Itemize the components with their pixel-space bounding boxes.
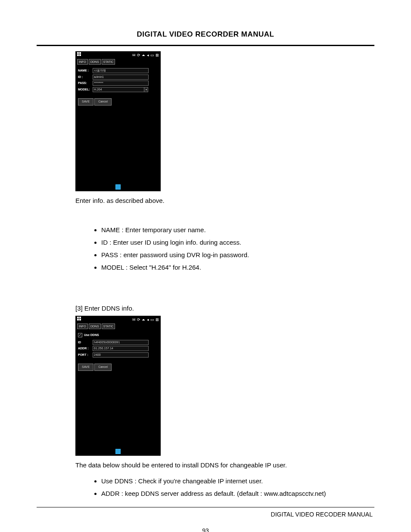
- model-label: MODEL:: [78, 87, 93, 93]
- tab-info[interactable]: INFO: [77, 324, 88, 329]
- addr-field[interactable]: 61.250.157.14: [93, 346, 149, 351]
- svg-rect-2: [77, 54, 79, 56]
- windows-icon: [77, 316, 81, 323]
- windows-icon: [77, 52, 81, 59]
- battery-icon: ▭: [150, 53, 154, 57]
- svg-rect-6: [77, 319, 79, 320]
- volume-icon: ◂: [147, 318, 149, 322]
- home-icon[interactable]: [115, 449, 121, 454]
- tab-info[interactable]: INFO: [77, 59, 88, 65]
- use-ddns-label: Use DDNS: [84, 333, 99, 338]
- ddns-id-field[interactable]: h4f4005b00000091: [93, 340, 149, 345]
- id-field[interactable]: admin1: [93, 75, 149, 80]
- addr-label: ADDR :: [78, 346, 93, 352]
- section1-intro: Enter info. as described above.: [75, 195, 370, 206]
- svg-rect-3: [79, 54, 81, 56]
- cancel-button[interactable]: Cancel: [94, 98, 112, 106]
- name-field[interactable]: 사용자명: [93, 68, 149, 73]
- list-item: ADDR : keep DDNS server address as defau…: [101, 488, 370, 499]
- mail-icon: ✉: [132, 318, 136, 322]
- svg-rect-1: [79, 52, 81, 54]
- save-button[interactable]: SAVE: [78, 98, 93, 106]
- section2-bullets: Use DDNS : Check if you're changeable IP…: [101, 475, 370, 499]
- pass-field[interactable]: ********: [93, 81, 149, 86]
- port-field[interactable]: 2400: [93, 352, 149, 358]
- tab-ddns[interactable]: DDNS: [89, 324, 101, 329]
- port-label: PORT :: [78, 352, 93, 358]
- screenshot-ddns-tab: ✉ ⟳ ⏶ ◂ ▭ ⊠ INFO DDNS STATIC ✓ Use DDNS: [75, 316, 161, 456]
- step3-heading: [3] Enter DDNS info.: [75, 302, 370, 314]
- save-button[interactable]: SAVE: [78, 364, 93, 371]
- list-item: PASS : enter password using DVR log-in p…: [101, 249, 370, 261]
- tab-ddns[interactable]: DDNS: [89, 59, 101, 65]
- signal-icon: ⏶: [142, 53, 146, 57]
- screenshot-info-tab: ✉ ⟳ ⏶ ◂ ▭ ⊠ INFO DDNS STATIC NAME : 사용자명: [75, 51, 161, 191]
- pass-label: PASS:: [78, 81, 93, 86]
- svg-rect-4: [77, 317, 79, 318]
- home-icon[interactable]: [115, 184, 121, 190]
- svg-rect-0: [77, 52, 79, 54]
- dropdown-arrow-icon[interactable]: ▾: [144, 87, 148, 92]
- mail-icon: ✉: [132, 53, 136, 57]
- section2-intro: The data below should be entered to inst…: [75, 459, 370, 471]
- header-rule: [37, 45, 374, 46]
- ddns-id-label: ID: [78, 340, 93, 345]
- page-number: 93: [37, 527, 374, 532]
- section1-bullets: NAME : Enter temporary user name. ID : E…: [101, 224, 370, 273]
- volume-icon: ◂: [147, 53, 149, 57]
- svg-rect-5: [79, 317, 81, 318]
- list-item: Use DDNS : Check if you're changeable IP…: [101, 475, 370, 487]
- tab-static[interactable]: STATIC: [102, 324, 115, 329]
- battery-icon: ▭: [150, 318, 154, 322]
- svg-rect-7: [79, 319, 81, 320]
- list-item: ID : Enter user ID using login info. dur…: [101, 236, 370, 248]
- id-label: ID :: [78, 75, 93, 80]
- footer-text: DIGITAL VIDEO RECODER MANUAL: [38, 511, 373, 518]
- sync-icon: ⟳: [137, 318, 140, 322]
- list-item: MODEL : Select "H.264" for H.264.: [101, 261, 370, 273]
- close-icon: ⊠: [156, 53, 159, 57]
- list-item: NAME : Enter temporary user name.: [101, 224, 370, 236]
- name-label: NAME :: [78, 68, 93, 74]
- page-title: DIGITAL VIDEO RECORDER MANUAL: [37, 30, 374, 39]
- close-icon: ⊠: [156, 318, 159, 322]
- signal-icon: ⏶: [142, 318, 146, 322]
- footer-rule: [37, 507, 374, 507]
- cancel-button[interactable]: Cancel: [94, 364, 112, 371]
- sync-icon: ⟳: [137, 53, 140, 57]
- tab-static[interactable]: STATIC: [102, 59, 115, 65]
- model-select[interactable]: H.264: [93, 87, 144, 92]
- use-ddns-checkbox[interactable]: ✓: [78, 333, 82, 337]
